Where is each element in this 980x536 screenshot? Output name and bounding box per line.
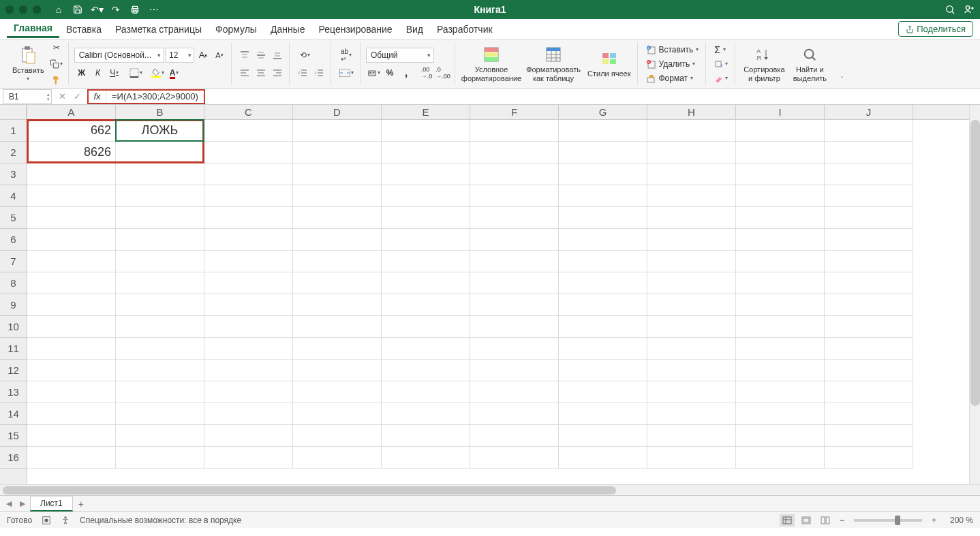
cell[interactable]: [736, 360, 825, 381]
prev-sheet-icon[interactable]: ◀: [3, 499, 15, 508]
cell[interactable]: [736, 272, 825, 294]
cell[interactable]: [559, 272, 647, 294]
tab-developer[interactable]: Разработчик: [430, 21, 500, 37]
cell[interactable]: [470, 316, 559, 338]
save-icon[interactable]: [72, 4, 83, 15]
increase-indent-icon[interactable]: [311, 65, 326, 80]
cell[interactable]: [559, 338, 647, 360]
font-color-icon[interactable]: А: [167, 65, 182, 80]
row-header[interactable]: 8: [0, 272, 27, 294]
delete-cells-button[interactable]: ×Удалить: [643, 57, 701, 71]
cell[interactable]: [27, 447, 116, 469]
fill-icon[interactable]: [711, 57, 731, 71]
cell[interactable]: [647, 229, 736, 251]
col-header[interactable]: B: [116, 105, 204, 119]
cell[interactable]: [647, 338, 736, 360]
cell[interactable]: [382, 185, 470, 207]
row-header[interactable]: 1: [0, 120, 27, 142]
cell[interactable]: [204, 447, 293, 469]
percent-icon[interactable]: %: [382, 65, 397, 80]
cell[interactable]: [382, 316, 470, 338]
insert-cells-button[interactable]: +Вставить: [643, 43, 701, 57]
cell[interactable]: [825, 251, 913, 272]
cell[interactable]: [382, 251, 470, 272]
cell[interactable]: [116, 272, 204, 294]
cell[interactable]: [204, 251, 293, 272]
border-icon[interactable]: [129, 65, 144, 80]
row-header[interactable]: 12: [0, 360, 27, 381]
copy-icon[interactable]: [49, 57, 64, 72]
scroll-thumb[interactable]: [970, 120, 980, 406]
cell[interactable]: [825, 142, 913, 163]
row-header[interactable]: 16: [0, 447, 27, 469]
cell[interactable]: [27, 403, 116, 425]
cell[interactable]: [116, 338, 204, 360]
cell[interactable]: [27, 316, 116, 338]
cell[interactable]: [825, 360, 913, 381]
align-right-icon[interactable]: [270, 65, 285, 80]
align-left-icon[interactable]: [237, 65, 252, 80]
row-header[interactable]: 10: [0, 316, 27, 338]
increase-font-icon[interactable]: A▴: [196, 48, 211, 63]
number-format-select[interactable]: Общий: [366, 48, 434, 63]
decrease-indent-icon[interactable]: [295, 65, 310, 80]
vertical-scrollbar[interactable]: [969, 105, 980, 484]
cell[interactable]: [382, 447, 470, 469]
paste-button[interactable]: Вставить ▾: [10, 44, 47, 83]
next-sheet-icon[interactable]: ▶: [16, 499, 29, 508]
cell[interactable]: [470, 403, 559, 425]
increase-decimal-icon[interactable]: .00→.0: [419, 65, 434, 80]
italic-button[interactable]: К: [91, 65, 106, 80]
cell[interactable]: [825, 338, 913, 360]
font-name-select[interactable]: Calibri (Основной...: [74, 48, 164, 63]
cell[interactable]: [27, 163, 116, 185]
cells-area[interactable]: 662 ЛОЖЬ 8626: [27, 120, 969, 484]
print-icon[interactable]: [129, 4, 140, 15]
cell[interactable]: [647, 360, 736, 381]
macro-record-icon[interactable]: [42, 516, 51, 525]
page-layout-view-icon[interactable]: [799, 514, 814, 526]
collapse-ribbon-icon[interactable]: ˇ: [836, 42, 848, 85]
sort-filter-button[interactable]: АЯ Сортировка и фильтр: [741, 44, 787, 83]
cell[interactable]: [27, 360, 116, 381]
row-header[interactable]: 2: [0, 142, 27, 163]
cell[interactable]: [825, 163, 913, 185]
cell[interactable]: [559, 294, 647, 316]
cell[interactable]: [470, 229, 559, 251]
orientation-icon[interactable]: ⟲: [295, 48, 314, 63]
cell[interactable]: [293, 120, 382, 142]
merge-cells-icon[interactable]: [337, 65, 356, 80]
row-header[interactable]: 6: [0, 229, 27, 251]
cell-styles-button[interactable]: Стили ячеек: [585, 48, 633, 79]
tab-home[interactable]: Главная: [7, 20, 59, 38]
find-select-button[interactable]: Найти и выделить: [789, 44, 830, 83]
cell[interactable]: [116, 207, 204, 229]
accessibility-icon[interactable]: [61, 516, 70, 525]
cancel-formula-icon[interactable]: ✕: [55, 91, 70, 101]
cell[interactable]: [736, 338, 825, 360]
cell[interactable]: [204, 338, 293, 360]
row-header[interactable]: 13: [0, 381, 27, 403]
cell[interactable]: [736, 381, 825, 403]
row-header[interactable]: 11: [0, 338, 27, 360]
zoom-thumb[interactable]: [895, 516, 900, 525]
cell[interactable]: [382, 360, 470, 381]
bold-button[interactable]: Ж: [74, 65, 89, 80]
cell[interactable]: [647, 403, 736, 425]
cell[interactable]: [736, 163, 825, 185]
cell[interactable]: [470, 207, 559, 229]
cell[interactable]: [116, 316, 204, 338]
align-center-icon[interactable]: [254, 65, 269, 80]
cell[interactable]: [116, 185, 204, 207]
cell[interactable]: [293, 142, 382, 163]
format-painter-icon[interactable]: [49, 73, 64, 88]
zoom-in-icon[interactable]: +: [929, 516, 939, 525]
cell[interactable]: [470, 360, 559, 381]
cell[interactable]: [559, 403, 647, 425]
cell[interactable]: [647, 447, 736, 469]
share-header-icon[interactable]: [964, 4, 975, 15]
cell[interactable]: [559, 163, 647, 185]
cell[interactable]: [559, 316, 647, 338]
zoom-level[interactable]: 200 %: [943, 516, 973, 525]
cell[interactable]: [382, 403, 470, 425]
